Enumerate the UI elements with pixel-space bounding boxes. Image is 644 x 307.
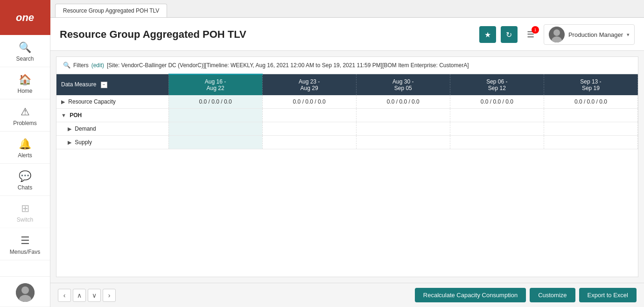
cell-supply-aug23 [262, 136, 356, 149]
refresh-icon: ↻ [506, 30, 512, 39]
filter-edit-link[interactable]: (edit) [91, 62, 104, 69]
app-logo[interactable]: one [0, 0, 50, 35]
table-row: ▶ Resource Capacity 0.0 / 0.0 / 0.0 0.0 … [56, 95, 638, 109]
cell-supply-aug30 [356, 136, 450, 149]
sidebar-item-menus[interactable]: ☰ Menus/Favs [0, 228, 50, 260]
filter-label: Filters [73, 62, 89, 69]
table-row: ▶ Demand [56, 122, 638, 136]
tab-resource-group[interactable]: Resource Group Aggregated POH TLV [55, 4, 167, 17]
cell-poh-aug23 [262, 109, 356, 122]
customize-button[interactable]: Customize [530, 288, 575, 302]
data-table-container: Data Measure − Aug 16 -Aug 22 Aug 23 -Au… [56, 74, 638, 277]
sidebar-item-search[interactable]: 🔍 Search [0, 35, 50, 67]
export-button[interactable]: Export to Excel [579, 288, 637, 302]
bell-icon: 🔔 [19, 138, 31, 150]
svg-point-4 [553, 29, 560, 36]
cell-poh-aug30 [356, 109, 450, 122]
sidebar-item-problems[interactable]: ⚠ Problems [0, 99, 50, 132]
nav-first-button[interactable]: ‹ [58, 289, 71, 302]
expand-icon[interactable]: ▶ [61, 99, 65, 105]
nav-prev-button[interactable]: ∧ [73, 289, 86, 302]
cell-resource-capacity-aug23: 0.0 / 0.0 / 0.0 [262, 95, 356, 109]
column-header-data-measure: Data Measure − [56, 74, 168, 95]
filter-bar: 🔍 Filters (edit) [Site: VendorC-Ballinge… [56, 57, 638, 74]
table-row: ▼ POH [56, 109, 638, 122]
filter-icon: 🔍 [63, 62, 70, 69]
column-header-sep06: Sep 06 -Sep 12 [450, 74, 544, 95]
content-inner: 🔍 Filters (edit) [Site: VendorC-Ballinge… [56, 56, 638, 277]
page-title: Resource Group Aggregated POH TLV [60, 28, 246, 41]
up-icon: ∧ [77, 292, 82, 299]
column-header-aug16: Aug 16 -Aug 22 [168, 74, 262, 95]
chevron-right-icon: › [108, 292, 111, 299]
avatar [16, 283, 35, 302]
recalculate-button[interactable]: Recalculate Capacity Consumption [415, 288, 526, 302]
table-row: ▶ Supply [56, 136, 638, 149]
sidebar-item-chats[interactable]: 💬 Chats [0, 164, 50, 196]
menu-button[interactable]: ☰ 1 [522, 26, 539, 43]
sidebar-item-label: Menus/Favs [10, 249, 40, 255]
cell-demand-sep06 [450, 122, 544, 136]
star-icon: ★ [484, 30, 491, 39]
column-header-aug23: Aug 23 -Aug 29 [262, 74, 356, 95]
tab-bar: Resource Group Aggregated POH TLV [50, 0, 644, 18]
down-icon: ∨ [92, 292, 97, 299]
chevron-down-icon: ▾ [627, 32, 630, 38]
cell-resource-capacity-sep06: 0.0 / 0.0 / 0.0 [450, 95, 544, 109]
row-label-resource-capacity: ▶ Resource Capacity [56, 95, 168, 109]
row-label-demand: ▶ Demand [56, 122, 168, 136]
cell-poh-sep06 [450, 109, 544, 122]
cell-resource-capacity-sep13: 0.0 / 0.0 / 0.0 [544, 95, 637, 109]
chat-icon: 💬 [19, 170, 31, 182]
expand-icon[interactable]: ▶ [68, 126, 71, 132]
expand-icon[interactable]: ▶ [68, 140, 71, 146]
column-header-aug30: Aug 30 -Sep 05 [356, 74, 450, 95]
sidebar-user-avatar[interactable] [0, 276, 50, 307]
cell-poh-sep13 [544, 109, 637, 122]
sidebar-item-label: Home [17, 88, 32, 94]
pagination-nav: ‹ ∧ ∨ › [58, 289, 116, 302]
data-measure-label: Data Measure [61, 81, 96, 88]
row-label-supply: ▶ Supply [56, 136, 168, 149]
cell-supply-sep13 [544, 136, 637, 149]
sidebar: one 🔍 Search 🏠 Home ⚠ Problems 🔔 Alerts … [0, 0, 50, 307]
menu-icon: ☰ [21, 235, 30, 247]
nav-last-button[interactable]: › [103, 289, 116, 302]
sidebar-item-label: Switch [17, 216, 33, 223]
sidebar-item-label: Alerts [18, 152, 32, 159]
collapse-button[interactable]: − [101, 82, 107, 88]
switch-icon: ⊞ [21, 202, 29, 215]
filter-text: [Site: VendorC-Ballinger DC (VendorC)][T… [107, 62, 469, 69]
user-avatar-image [549, 27, 565, 42]
avatar [549, 27, 565, 42]
avatar-image [16, 283, 35, 302]
table-header-row: Data Measure − Aug 16 -Aug 22 Aug 23 -Au… [56, 74, 638, 95]
warning-icon: ⚠ [21, 106, 30, 118]
footer: ‹ ∧ ∨ › Recalculate Capacity Consumption… [50, 283, 644, 307]
cell-poh-aug16 [168, 109, 262, 122]
search-icon: 🔍 [19, 42, 31, 54]
data-table: Data Measure − Aug 16 -Aug 22 Aug 23 -Au… [56, 74, 638, 149]
footer-actions: Recalculate Capacity Consumption Customi… [415, 288, 637, 302]
sidebar-item-switch: ⊞ Switch [0, 196, 50, 228]
cell-supply-sep06 [450, 136, 544, 149]
nav-next-button[interactable]: ∨ [88, 289, 101, 302]
sidebar-item-label: Problems [13, 120, 37, 126]
main-area: Resource Group Aggregated POH TLV Resour… [50, 0, 644, 307]
collapse-icon[interactable]: ▼ [61, 112, 66, 118]
refresh-button[interactable]: ↻ [501, 26, 518, 43]
content-area: 🔍 Filters (edit) [Site: VendorC-Ballinge… [50, 51, 644, 283]
user-menu[interactable]: Production Manager ▾ [544, 24, 635, 45]
header-actions: ★ ↻ ☰ 1 Production Manager ▾ [479, 24, 635, 45]
chevron-left-icon: ‹ [63, 292, 66, 299]
row-label-poh: ▼ POH [56, 109, 168, 122]
sidebar-item-alerts[interactable]: 🔔 Alerts [0, 132, 50, 164]
sidebar-item-home[interactable]: 🏠 Home [0, 67, 50, 99]
favorite-button[interactable]: ★ [479, 26, 496, 43]
cell-resource-capacity-aug16: 0.0 / 0.0 / 0.0 [168, 95, 262, 109]
sidebar-item-label: Search [16, 56, 34, 62]
cell-supply-aug16 [168, 136, 262, 149]
cell-demand-aug30 [356, 122, 450, 136]
logo-text: one [16, 12, 34, 24]
page-header: Resource Group Aggregated POH TLV ★ ↻ ☰ … [50, 18, 644, 51]
